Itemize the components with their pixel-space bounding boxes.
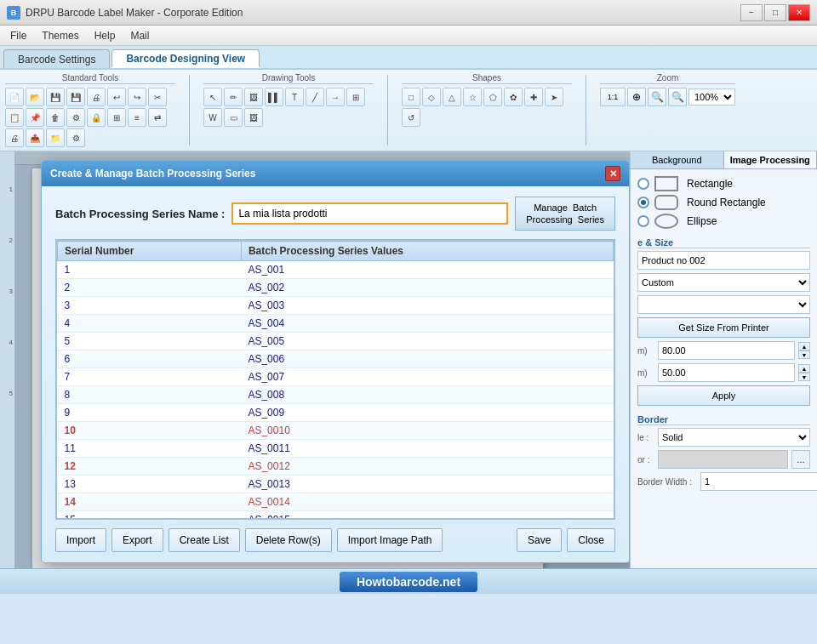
redo-btn[interactable]: ↪ bbox=[128, 88, 146, 106]
height-spin-down[interactable]: ▼ bbox=[798, 373, 810, 381]
paste-btn[interactable]: 📌 bbox=[26, 108, 44, 127]
dialog-title: Create & Manage Batch Processing Series bbox=[50, 168, 255, 180]
dialog-name-row: Batch Processing Series Name : Manage Ba… bbox=[55, 197, 615, 231]
diamond-shape-btn[interactable]: ◇ bbox=[422, 88, 441, 106]
cut-btn[interactable]: ✂ bbox=[148, 88, 167, 106]
border-width-input[interactable] bbox=[700, 472, 817, 491]
tab-image-processing[interactable]: Image Processing bbox=[724, 151, 818, 168]
cross-shape-btn[interactable]: ✚ bbox=[524, 88, 543, 106]
create-list-button[interactable]: Create List bbox=[169, 528, 240, 552]
settings-btn[interactable]: ⚙ bbox=[66, 128, 85, 147]
image-btn[interactable]: 🖼 bbox=[244, 88, 263, 106]
undo-btn[interactable]: ↩ bbox=[107, 88, 126, 106]
triangle-shape-btn[interactable]: △ bbox=[443, 88, 461, 106]
standard-tools-buttons: 📄 📂 💾 💾 🖨 ↩ ↪ ✂ 📋 📌 🗑 ⚙ 🔒 ⊞ ≡ ⇄ 🖨 📤 📁 ⚙ bbox=[5, 88, 175, 147]
pencil-btn[interactable]: ✏ bbox=[224, 88, 243, 106]
flip-h-btn[interactable]: ⇄ bbox=[148, 108, 167, 127]
star-shape-btn[interactable]: ☆ bbox=[463, 88, 482, 106]
import-button[interactable]: Import bbox=[55, 528, 106, 552]
image2-btn[interactable]: 🖼 bbox=[244, 108, 263, 127]
minimize-button[interactable]: − bbox=[740, 4, 763, 21]
zoom-ratio-btn[interactable]: 1:1 bbox=[600, 88, 626, 106]
tab-barcode-designing[interactable]: Barcode Designing View bbox=[111, 49, 260, 68]
tab-background[interactable]: Background bbox=[631, 151, 724, 168]
line-btn[interactable]: ╱ bbox=[306, 88, 324, 106]
apply-button[interactable]: Apply bbox=[637, 385, 810, 406]
zoom-in-btn[interactable]: 🔍 bbox=[648, 88, 666, 106]
new-btn[interactable]: 📄 bbox=[5, 88, 24, 106]
secondary-select[interactable] bbox=[637, 295, 810, 314]
dialog-close-icon-btn[interactable]: ✕ bbox=[605, 166, 620, 181]
border-color-picker-btn[interactable]: … bbox=[791, 450, 810, 469]
rect-shape-btn[interactable]: □ bbox=[402, 88, 420, 106]
close-dialog-button[interactable]: Close bbox=[567, 528, 615, 552]
manage-batch-button[interactable]: Manage BatchProcessing Series bbox=[515, 197, 615, 231]
menu-file[interactable]: File bbox=[3, 28, 33, 43]
window-title: DRPU Barcode Label Maker - Corporate Edi… bbox=[26, 7, 243, 19]
grid-btn[interactable]: ⊞ bbox=[107, 108, 126, 127]
save-btn[interactable]: 💾 bbox=[46, 88, 65, 106]
curve-shape-btn[interactable]: ↺ bbox=[402, 108, 420, 127]
tab-barcode-settings[interactable]: Barcode Settings bbox=[3, 49, 110, 68]
delete-rows-button[interactable]: Delete Row(s) bbox=[245, 528, 332, 552]
width-input[interactable] bbox=[658, 341, 795, 360]
zoom-out-btn[interactable]: 🔍 bbox=[668, 88, 687, 106]
arrow-btn[interactable]: → bbox=[326, 88, 345, 106]
export-button[interactable]: Export bbox=[111, 528, 163, 552]
table-btn[interactable]: ⊞ bbox=[346, 88, 365, 106]
height-spin-up[interactable]: ▲ bbox=[798, 364, 810, 373]
border-color-label: or : bbox=[637, 455, 654, 464]
cursor-btn[interactable]: ↖ bbox=[203, 88, 222, 106]
height-input[interactable] bbox=[658, 363, 795, 382]
border-style-select[interactable]: Solid Dashed Dotted bbox=[658, 428, 810, 447]
close-button[interactable]: ✕ bbox=[788, 4, 810, 21]
align-btn[interactable]: ≡ bbox=[128, 108, 146, 127]
get-size-from-printer-button[interactable]: Get Size From Printer bbox=[637, 317, 810, 338]
batch-name-input[interactable] bbox=[231, 202, 508, 225]
print-preview-btn[interactable]: 🖨 bbox=[87, 88, 106, 106]
import-image-path-button[interactable]: Import Image Path bbox=[337, 528, 443, 552]
open-btn[interactable]: 📂 bbox=[26, 88, 44, 106]
radio-rectangle[interactable] bbox=[637, 178, 649, 190]
menu-themes[interactable]: Themes bbox=[35, 28, 85, 43]
properties-btn[interactable]: ⚙ bbox=[66, 108, 85, 127]
value-cell: AS_002 bbox=[241, 279, 613, 297]
delete-btn[interactable]: 🗑 bbox=[46, 108, 65, 127]
table-row: 9 AS_009 bbox=[58, 404, 614, 422]
text-btn[interactable]: T bbox=[285, 88, 304, 106]
menu-mail[interactable]: Mail bbox=[123, 28, 156, 43]
status-link[interactable]: Howtobarcode.net bbox=[340, 572, 477, 592]
gear-shape-btn[interactable]: ✿ bbox=[504, 88, 523, 106]
word-art-btn[interactable]: W bbox=[203, 108, 222, 127]
lock-btn[interactable]: 🔒 bbox=[87, 108, 106, 127]
radio-ellipse[interactable] bbox=[637, 215, 649, 227]
copy-btn[interactable]: 📋 bbox=[5, 108, 24, 127]
width-row: m) ▲ ▼ bbox=[637, 341, 810, 360]
serial-cell: 11 bbox=[58, 440, 242, 458]
border-color-swatch[interactable] bbox=[658, 450, 788, 469]
arrow-shape-btn[interactable]: ➤ bbox=[545, 88, 563, 106]
ruler-mark-2: 2 bbox=[9, 237, 13, 244]
zoom-fit-btn[interactable]: ⊕ bbox=[627, 88, 646, 106]
pentagon-shape-btn[interactable]: ⬠ bbox=[483, 88, 502, 106]
width-spin-down[interactable]: ▼ bbox=[798, 350, 810, 359]
radio-round-rect[interactable] bbox=[637, 197, 649, 208]
product-no-input[interactable] bbox=[637, 251, 810, 270]
canvas-area: Create & Manage Batch Processing Series … bbox=[15, 151, 630, 568]
dialog-overlay: Create & Manage Batch Processing Series … bbox=[15, 151, 630, 568]
serial-cell: 15 bbox=[58, 511, 242, 521]
barcode-btn[interactable]: ▌▌ bbox=[265, 88, 283, 106]
export-btn[interactable]: 📤 bbox=[26, 128, 44, 147]
width-spin-up[interactable]: ▲ bbox=[798, 342, 810, 350]
value-cell: AS_0014 bbox=[241, 493, 613, 511]
frame-btn[interactable]: ▭ bbox=[224, 108, 243, 127]
menu-help[interactable]: Help bbox=[88, 28, 123, 43]
maximize-button[interactable]: □ bbox=[764, 4, 786, 21]
batch-dialog: Create & Manage Batch Processing Series … bbox=[41, 160, 630, 563]
save-as-btn[interactable]: 💾 bbox=[66, 88, 85, 106]
zoom-select[interactable]: 100% 75% 50% 150% 200% bbox=[688, 88, 735, 105]
print-btn[interactable]: 🖨 bbox=[5, 128, 24, 147]
folder-btn[interactable]: 📁 bbox=[46, 128, 65, 147]
save-button[interactable]: Save bbox=[517, 528, 562, 552]
custom-select[interactable]: Custom bbox=[637, 273, 810, 292]
